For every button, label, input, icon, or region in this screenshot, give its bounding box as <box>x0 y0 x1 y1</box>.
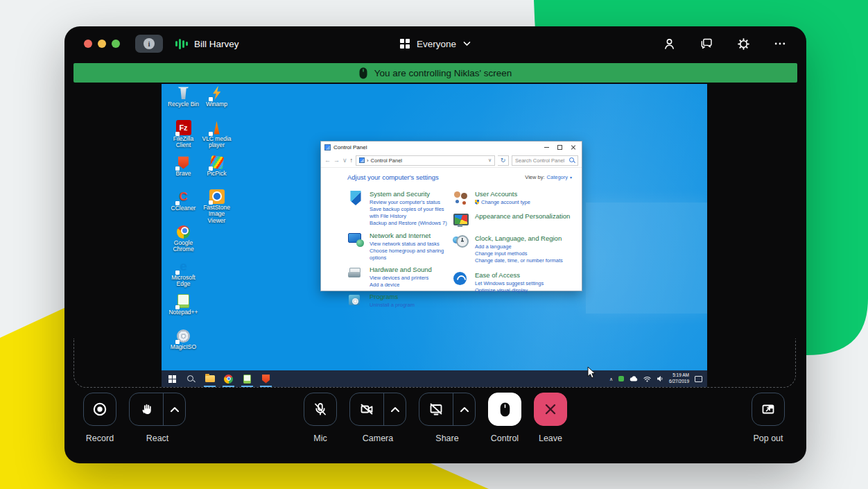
popout-tool: Pop out <box>752 393 785 443</box>
close-icon[interactable] <box>571 145 576 151</box>
control-panel-category[interactable]: Network and Internet View network status… <box>347 231 453 261</box>
control-button[interactable] <box>488 393 521 426</box>
settings-button[interactable] <box>736 37 751 51</box>
taskbar-brave[interactable] <box>257 370 275 387</box>
maximize-icon[interactable] <box>557 145 562 150</box>
popout-button[interactable] <box>752 393 785 426</box>
category-sub-link[interactable]: Add a device <box>370 282 432 289</box>
category-sub-link[interactable]: View devices and printers <box>370 275 432 282</box>
category-sub-link[interactable]: Optimize visual display <box>475 287 544 294</box>
participants-button[interactable] <box>662 37 677 51</box>
desktop-icon-art <box>209 155 225 170</box>
refresh-icon[interactable]: ↻ <box>498 155 509 166</box>
back-icon[interactable]: ← <box>324 157 331 164</box>
more-options-button[interactable] <box>773 37 787 51</box>
close-window-button[interactable] <box>84 40 92 48</box>
control-panel-category[interactable]: System and Security Review your computer… <box>347 189 453 228</box>
desktop-icon[interactable]: Fz FileZilla Client <box>167 120 200 155</box>
address-bar[interactable]: › Control Panel ∨ <box>356 155 495 166</box>
desktop-icon[interactable]: Google Chrome <box>167 224 200 259</box>
category-title-link[interactable]: Programs <box>370 293 415 300</box>
control-panel-category[interactable]: Appearance and Personalization <box>453 212 572 228</box>
control-panel-category[interactable]: Programs Uninstall a program <box>347 292 453 309</box>
control-panel-category[interactable]: Ease of Access Let Windows suggest setti… <box>453 271 572 294</box>
shared-screen[interactable]: Recycle Bin Fz FileZilla Client Brave <box>162 84 707 387</box>
category-sub-link[interactable]: Change input methods <box>475 250 563 257</box>
tray-app-icon[interactable] <box>618 376 624 381</box>
control-panel-category[interactable]: Hardware and Sound View devices and prin… <box>347 265 453 289</box>
wifi-icon[interactable] <box>643 376 651 382</box>
desktop-icon[interactable]: Winamp <box>200 85 233 120</box>
camera-button[interactable] <box>350 393 384 425</box>
desktop-icon[interactable]: e Microsoft Edge <box>167 259 200 293</box>
desktop-icon[interactable]: PicPick <box>200 155 233 189</box>
desktop-icon[interactable]: MagicISO <box>167 328 200 363</box>
address-dropdown-icon[interactable]: ∨ <box>488 157 492 163</box>
control-panel-crumb-icon <box>359 157 365 163</box>
control-panel-window[interactable]: Control Panel ← → ∨ ↑ › Control Panel ∨ <box>320 141 582 291</box>
category-title-link[interactable]: Appearance and Personalization <box>475 212 570 220</box>
category-title-link[interactable]: System and Security <box>370 190 453 198</box>
tray-expand-icon[interactable]: ∧ <box>609 377 613 381</box>
view-selector-button[interactable]: Everyone <box>400 26 471 61</box>
desktop-icon-art <box>176 293 191 309</box>
leave-button[interactable] <box>534 393 567 426</box>
category-sub-link[interactable]: Add a language <box>475 243 563 250</box>
category-sub-link[interactable]: View network status and tasks <box>370 241 453 248</box>
category-sub-link[interactable]: Save backup copies of your files with Fi… <box>370 206 453 220</box>
action-center-icon[interactable] <box>695 376 702 382</box>
taskbar-file-explorer[interactable] <box>200 370 219 387</box>
history-dropdown-icon[interactable]: ∨ <box>342 157 347 164</box>
search-input[interactable]: Search Control Panel <box>512 155 578 166</box>
category-title-link[interactable]: Clock, Language, and Region <box>475 234 563 242</box>
view-by-value[interactable]: Category <box>547 174 568 180</box>
desktop-icon[interactable]: Recycle Bin <box>167 85 200 120</box>
info-button[interactable]: i <box>135 35 163 53</box>
chat-button[interactable] <box>699 36 714 51</box>
control-panel-category[interactable]: Clock, Language, and Region Add a langua… <box>453 234 572 264</box>
breadcrumb[interactable]: Control Panel <box>371 157 402 164</box>
participant-name: Bill Harvey <box>194 39 239 49</box>
chevron-down-icon <box>463 41 471 46</box>
category-icon <box>453 234 469 250</box>
forward-icon[interactable]: → <box>333 157 340 164</box>
view-by-caret-icon[interactable]: ▾ <box>570 175 572 180</box>
share-button[interactable] <box>419 393 453 425</box>
speaker-icon[interactable] <box>657 375 663 382</box>
taskbar-search-button[interactable] <box>182 370 200 387</box>
onedrive-cloud-icon[interactable] <box>630 376 638 381</box>
react-button[interactable] <box>130 393 164 425</box>
desktop-icon[interactable]: Brave <box>167 155 200 189</box>
desktop-icon[interactable]: FastStone Image Viewer <box>200 189 233 224</box>
react-options-button[interactable] <box>164 393 186 425</box>
mic-button[interactable] <box>304 393 337 426</box>
zoom-window-button[interactable] <box>112 40 120 48</box>
desktop-icon[interactable]: Notepad++ <box>167 293 200 328</box>
minimize-icon[interactable] <box>544 147 549 148</box>
desktop-icon[interactable]: C CCleaner <box>167 189 200 224</box>
category-sub-link[interactable]: Backup and Restore (Windows 7) <box>370 220 453 227</box>
up-icon[interactable]: ↑ <box>350 157 354 164</box>
category-title-link[interactable]: Network and Internet <box>370 232 453 239</box>
taskbar-clock[interactable]: 5:19 AM 6/27/2019 <box>669 372 689 385</box>
category-sub-link[interactable]: Change account type <box>475 199 530 206</box>
camera-options-button[interactable] <box>384 393 406 425</box>
category-title-link[interactable]: User Accounts <box>475 190 530 198</box>
desktop-icon[interactable]: VLC media player <box>200 120 233 155</box>
category-title-link[interactable]: Ease of Access <box>475 271 544 279</box>
category-sub-link[interactable]: Change date, time, or number formats <box>475 257 563 264</box>
share-options-button[interactable] <box>453 393 476 425</box>
taskbar-notepadpp[interactable] <box>238 370 257 387</box>
category-sub-link[interactable]: Choose homegroup and sharing options <box>370 248 453 261</box>
control-panel-titlebar[interactable]: Control Panel <box>321 141 582 153</box>
category-title-link[interactable]: Hardware and Sound <box>370 266 432 273</box>
category-sub-link[interactable]: Uninstall a program <box>370 302 415 309</box>
minimize-window-button[interactable] <box>98 40 106 48</box>
category-sub-link[interactable]: Review your computer's status <box>370 199 453 206</box>
category-sub-link[interactable]: Let Windows suggest settings <box>475 280 544 287</box>
control-panel-category[interactable]: User Accounts Change account type <box>453 189 572 206</box>
start-button[interactable] <box>163 370 182 387</box>
category-links: Let Windows suggest settings Optimize vi… <box>475 280 544 294</box>
record-button[interactable] <box>83 393 116 426</box>
taskbar-chrome[interactable] <box>219 370 238 387</box>
